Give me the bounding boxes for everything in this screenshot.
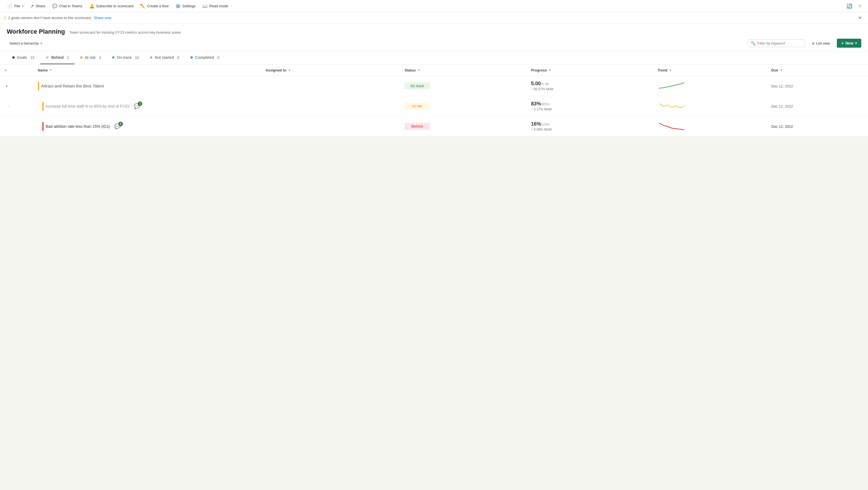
trend-sparkline-2 xyxy=(658,100,686,111)
status-badge-2: At risk xyxy=(405,103,430,109)
share-now-link[interactable]: Share now. xyxy=(94,16,112,20)
share-button[interactable]: ↗ Share xyxy=(28,2,48,10)
toolbar: 📄 File ▾ ↗ Share 💬 Chat in Teams 🔔 Subsc… xyxy=(0,0,868,12)
subscribe-scorecard-button[interactable]: 🔔 Subscribe to scorecard xyxy=(86,2,136,10)
not-started-dot xyxy=(150,56,152,59)
assigned-sort-button[interactable]: Assigned to ▾ xyxy=(266,68,290,72)
assigned-sort-icon: ▾ xyxy=(289,68,290,72)
tab-not-started[interactable]: Not started 0 xyxy=(145,51,185,64)
alert-bar: ℹ 2 goals owners don't have access to th… xyxy=(0,12,868,24)
mom-arrow-3: ↑ xyxy=(531,128,533,131)
table-row: ▾ Attract and Retain the Best Talent On … xyxy=(0,76,868,96)
tab-goals-label: Goals xyxy=(17,55,27,60)
due-col-label: Due xyxy=(771,68,778,72)
comment-badge-2: 1 xyxy=(138,101,142,106)
behind-check-icon: ✓ xyxy=(46,55,49,60)
collapse-icon[interactable]: ▾ xyxy=(4,83,9,90)
create-flow-label: Create a flow xyxy=(147,4,168,8)
file-menu[interactable]: 📄 File ▾ xyxy=(4,2,26,10)
share-label: Share xyxy=(36,4,45,8)
refresh-icon[interactable]: 🔄 xyxy=(845,2,854,10)
tab-behind-label: Behind xyxy=(51,55,64,60)
due-cell-3: Dec 12, 2022 xyxy=(767,116,868,136)
th-progress: Progress ▾ xyxy=(527,64,653,76)
status-sort-button[interactable]: Status ▾ xyxy=(405,68,420,72)
at-risk-dot xyxy=(80,56,83,59)
new-label: New xyxy=(845,41,854,45)
tab-completed[interactable]: Completed 0 xyxy=(185,51,225,64)
subscribe-label: Subscribe to scorecard xyxy=(96,4,133,8)
create-flow-button[interactable]: ✏️ Create a flow xyxy=(137,2,172,10)
progress-mom-2: ↑ 3.17% MoM xyxy=(531,107,649,111)
goal-name-3[interactable]: Bad attrition rate less than 15% (ICs) xyxy=(46,124,110,129)
goals-table: » Name ▾ Assigned to ▾ Status xyxy=(0,64,868,136)
progress-sort-button[interactable]: Progress ▾ xyxy=(531,68,551,72)
name-sort-icon: ▾ xyxy=(50,68,52,72)
subscribe-icon: 🔔 xyxy=(89,4,95,9)
th-due: Due ▾ xyxy=(767,64,868,76)
new-button[interactable]: + New ▾ xyxy=(837,39,861,48)
list-view-button[interactable]: ≡ List view xyxy=(808,39,834,47)
trend-col-label: Trend xyxy=(658,68,668,72)
file-caret-icon: ▾ xyxy=(22,4,24,8)
tab-at-risk-label: At risk xyxy=(85,55,96,60)
expand-icon-2[interactable]: › xyxy=(7,103,10,109)
hierarchy-select-button[interactable]: Select a hierarchy ▾ xyxy=(7,40,45,47)
name-sort-button[interactable]: Name ▾ xyxy=(38,68,52,72)
alert-icon: ℹ xyxy=(4,16,6,20)
goal-name-1[interactable]: Attract and Retain the Best Talent xyxy=(41,84,104,88)
expand-cell-1: ▾ xyxy=(0,76,33,96)
page-subtitle: Team scorecard for tracking FY23 metrics… xyxy=(69,30,181,34)
chat-in-teams-button[interactable]: 💬 Chat in Teams xyxy=(50,2,85,10)
expand-cell-3 xyxy=(0,116,33,136)
comment-badge-3: 2 xyxy=(118,122,123,126)
read-mode-icon: 📖 xyxy=(202,4,208,9)
assigned-cell-1 xyxy=(261,76,400,96)
trend-sort-icon: ▾ xyxy=(670,68,671,72)
file-icon: 📄 xyxy=(7,4,12,9)
page-controls: Select a hierarchy ▾ 🔍 ≡ List view + New… xyxy=(7,39,861,48)
read-mode-button[interactable]: 📖 Read mode xyxy=(199,2,231,10)
status-tabs: Goals 15 ✓ Behind 2 At risk 3 On track 1… xyxy=(0,51,868,64)
due-sort-button[interactable]: Due ▾ xyxy=(771,68,782,72)
tab-on-track[interactable]: On track 10 xyxy=(106,51,145,64)
goals-dot xyxy=(12,56,14,59)
th-status: Status ▾ xyxy=(400,64,527,76)
tab-at-risk[interactable]: At risk 3 xyxy=(74,51,106,64)
alert-close-button[interactable]: ✕ xyxy=(857,14,864,21)
table-row: › Increase full time staff % to 85% by e… xyxy=(0,96,868,116)
name-cell-3: Bad attrition rate less than 15% (ICs) 💬… xyxy=(33,116,261,136)
progress-cell-2: 83%/85% ↑ 3.17% MoM xyxy=(527,96,653,116)
due-sort-icon: ▾ xyxy=(780,68,782,72)
table-row: Bad attrition rate less than 15% (ICs) 💬… xyxy=(0,116,868,136)
main-content: » Name ▾ Assigned to ▾ Status xyxy=(0,64,868,136)
settings-label: Settings xyxy=(182,4,195,8)
settings-icon: ⚙️ xyxy=(175,4,181,9)
filter-input[interactable] xyxy=(757,41,802,45)
tab-not-started-label: Not started xyxy=(155,55,174,60)
name-col-label: Name xyxy=(38,68,48,72)
progress-target-1: /5.00 xyxy=(541,82,549,86)
expand-all-icon[interactable]: » xyxy=(4,68,7,72)
due-date-2: Dec 12, 2022 xyxy=(771,104,793,108)
assigned-cell-3 xyxy=(261,116,400,136)
progress-mom-1: ↑ 66.67% MoM xyxy=(531,87,649,91)
progress-value-3: 16% xyxy=(531,121,541,127)
tab-goals[interactable]: Goals 15 xyxy=(7,51,40,64)
name-cell-1: Attract and Retain the Best Talent xyxy=(33,76,261,96)
progress-cell-3: 16%/15% ↑ 9.99% MoM xyxy=(527,116,653,136)
list-view-icon: ≡ xyxy=(812,41,814,46)
trend-sort-button[interactable]: Trend ▾ xyxy=(658,68,671,72)
tab-behind[interactable]: ✓ Behind 2 xyxy=(40,51,74,64)
status-badge-3: Behind xyxy=(405,123,430,130)
star-icon[interactable]: ☆ xyxy=(856,2,864,10)
assigned-col-label: Assigned to xyxy=(266,68,286,72)
hierarchy-chevron-icon: ▾ xyxy=(40,41,42,45)
settings-button[interactable]: ⚙️ Settings xyxy=(173,2,198,10)
toolbar-right: 🔄 ☆ xyxy=(845,2,864,10)
new-caret-icon: ▾ xyxy=(855,41,857,45)
status-cell-1: On track xyxy=(400,76,527,96)
goal-name-2[interactable]: Increase full time staff % to 85% by end… xyxy=(46,104,130,108)
share-icon: ↗ xyxy=(30,4,34,9)
tab-goals-count: 15 xyxy=(31,56,34,60)
